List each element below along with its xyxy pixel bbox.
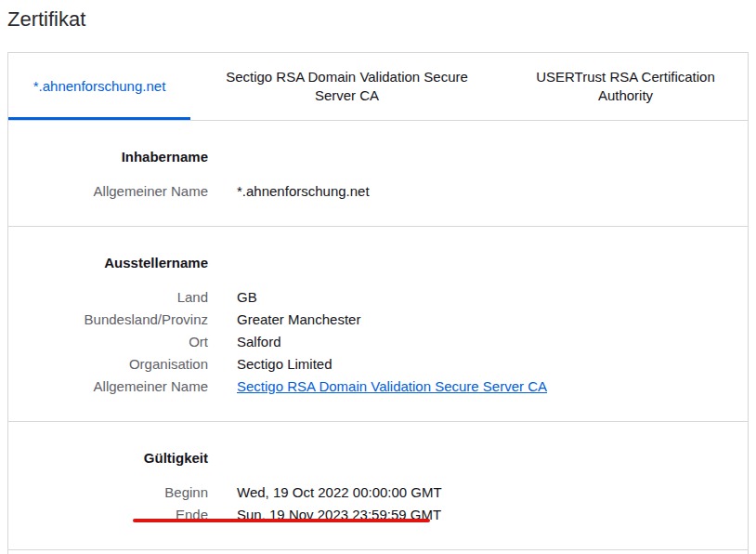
next-section-divider bbox=[8, 549, 748, 554]
section-heading: Inhabername bbox=[8, 146, 208, 168]
field-label: Organisation bbox=[8, 353, 208, 376]
field-value: *.ahnenforschung.net bbox=[237, 180, 748, 203]
field-value: GB bbox=[237, 286, 748, 309]
cert-field-row-land: LandGB bbox=[8, 286, 748, 309]
field-value: Sectigo Limited bbox=[237, 353, 748, 376]
field-value: Greater Manchester bbox=[237, 309, 748, 331]
field-label: Ort bbox=[8, 331, 208, 353]
tab-usertrust-rsa-certification-authority[interactable]: USERTrust RSA Certification Authority bbox=[503, 53, 748, 120]
field-label: Beginn bbox=[8, 481, 208, 504]
field-label: Land bbox=[8, 286, 208, 309]
field-value: Sun, 19 Nov 2023 23:59:59 GMT bbox=[237, 504, 748, 526]
tab-sectigo-rsa-domain-validation-secure-server-ca[interactable]: Sectigo RSA Domain Validation Secure Ser… bbox=[190, 53, 503, 120]
section-heading: Ausstellername bbox=[8, 252, 208, 274]
cert-field-row-allgemeiner-name: Allgemeiner Name*.ahnenforschung.net bbox=[8, 180, 748, 203]
cert-field-row-ende: EndeSun, 19 Nov 2023 23:59:59 GMT bbox=[8, 504, 748, 526]
section-inhabername: InhabernameAllgemeiner Name*.ahnenforsch… bbox=[8, 121, 748, 226]
section-heading: Gültigkeit bbox=[8, 447, 208, 469]
section-ausstellername: AusstellernameLandGBBundesland/ProvinzGr… bbox=[8, 226, 748, 421]
certificate-page: Zertifikat *.ahnenforschung.netSectigo R… bbox=[0, 0, 756, 554]
certificate-sections: InhabernameAllgemeiner Name*.ahnenforsch… bbox=[8, 121, 748, 554]
section-heading-row: Gültigkeit bbox=[8, 447, 748, 469]
cert-field-row-bundesland-provinz: Bundesland/ProvinzGreater Manchester bbox=[8, 309, 748, 331]
tab-ahnenforschung-net[interactable]: *.ahnenforschung.net bbox=[8, 53, 190, 120]
section-heading-row: Ausstellername bbox=[8, 252, 748, 274]
issuer-common-name-link[interactable]: Sectigo RSA Domain Validation Secure Ser… bbox=[237, 378, 547, 394]
certificate-viewer: *.ahnenforschung.netSectigo RSA Domain V… bbox=[7, 52, 749, 554]
field-value-text: GB bbox=[237, 289, 257, 305]
field-value-text: Greater Manchester bbox=[237, 311, 360, 327]
page-title: Zertifikat bbox=[7, 7, 749, 32]
cert-field-row-allgemeiner-name: Allgemeiner NameSectigo RSA Domain Valid… bbox=[8, 376, 748, 398]
field-label: Allgemeiner Name bbox=[8, 180, 208, 203]
section-heading-row: Inhabername bbox=[8, 146, 748, 168]
field-value-text: Wed, 19 Oct 2022 00:00:00 GMT bbox=[237, 484, 442, 500]
field-value-text: Salford bbox=[237, 334, 281, 350]
tab-label: Sectigo RSA Domain Validation Secure Ser… bbox=[207, 68, 487, 105]
field-label: Allgemeiner Name bbox=[8, 376, 208, 398]
tab-label: USERTrust RSA Certification Authority bbox=[520, 68, 731, 105]
field-value-text: *.ahnenforschung.net bbox=[237, 183, 370, 199]
cert-field-row-beginn: BeginnWed, 19 Oct 2022 00:00:00 GMT bbox=[8, 481, 748, 504]
field-label: Ende bbox=[8, 504, 208, 526]
field-value: Sectigo RSA Domain Validation Secure Ser… bbox=[237, 376, 748, 398]
field-label: Bundesland/Provinz bbox=[8, 309, 208, 331]
certificate-tab-strip: *.ahnenforschung.netSectigo RSA Domain V… bbox=[8, 53, 748, 121]
tab-label: *.ahnenforschung.net bbox=[33, 77, 166, 96]
field-value: Salford bbox=[237, 331, 748, 353]
expiry-date-value: Sun, 19 Nov 2023 23:59:59 GMT bbox=[237, 507, 441, 522]
cert-field-row-organisation: OrganisationSectigo Limited bbox=[8, 353, 748, 376]
section-g-ltigkeit: GültigkeitBeginnWed, 19 Oct 2022 00:00:0… bbox=[8, 421, 748, 549]
cert-field-row-ort: OrtSalford bbox=[8, 331, 748, 353]
field-value: Wed, 19 Oct 2022 00:00:00 GMT bbox=[237, 481, 748, 504]
field-value-text: Sectigo Limited bbox=[237, 356, 332, 372]
